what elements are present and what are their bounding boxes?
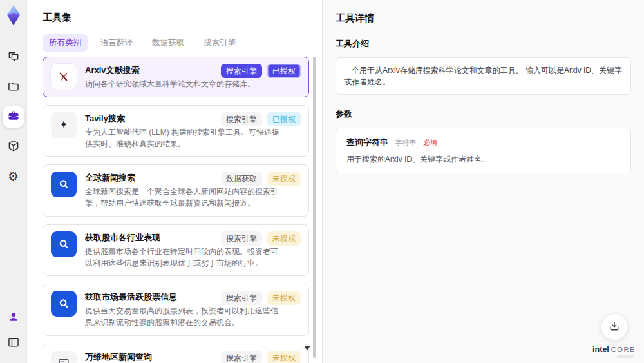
tool-badges: 搜索引擎未授权 xyxy=(221,231,301,246)
sidebar-item-tools[interactable] xyxy=(3,106,24,128)
sidebar-bottom xyxy=(3,307,24,354)
auth-status-badge: 已授权 xyxy=(267,112,301,126)
parameter-name: 查询字符串 xyxy=(346,137,388,147)
user-avatar-icon xyxy=(7,310,20,325)
mouse-cursor xyxy=(304,346,310,351)
tool-badges: 搜索引擎已授权 xyxy=(221,64,301,78)
package-cube-icon xyxy=(7,139,20,154)
sidebar-item-settings[interactable]: ⚙ xyxy=(3,166,24,187)
tool-list-panel: 工具集 所有类别语言翻译数据获取搜索引擎 Arxiv文献搜索访问各个研究领域大量… xyxy=(27,0,322,363)
tab-category-2[interactable]: 数据获取 xyxy=(146,34,191,52)
brand-subtext-bar xyxy=(617,355,634,358)
tool-card[interactable]: 万维地区新闻查询查询具体行政区划内的新闻，快速了解各地新闻动搜索引擎未授权 xyxy=(43,344,309,363)
collapse-panel-icon xyxy=(7,336,20,351)
parameter-header: 查询字符串 字符串 必填 xyxy=(346,136,620,148)
intro-heading: 工具介绍 xyxy=(336,38,631,50)
tool-description: 访问各个研究领域大量科学论文和文章的存储库。 xyxy=(85,79,279,90)
sidebar-item-chat[interactable] xyxy=(3,47,24,68)
sidebar-item-models[interactable] xyxy=(3,136,24,157)
parameter-type: 字符串 xyxy=(395,139,416,146)
briefcase-tools-icon xyxy=(7,110,20,124)
parameter-card: 查询字符串 字符串 必填 用于搜索的Arxiv ID、关键字或作者姓名。 xyxy=(336,128,631,173)
tool-description: 提供股票市场各个行业在特定时间段内的表现。投资者可以利用这些信息来识别表现优于或… xyxy=(85,246,279,270)
category-badge: 搜索引擎 xyxy=(221,351,262,363)
app-window: ⚙ 工具 xyxy=(0,0,644,363)
user-avatar-button[interactable] xyxy=(3,307,24,328)
tool-description: 专为人工智能代理 (LLM) 构建的搜索引擎工具。可快速提供实时、准确和真实的结… xyxy=(85,127,279,150)
tool-description: 全球新闻搜索是一个聚合全球各大新闻网站内容的搜索引擎，帮助用户快速获取全球最新资… xyxy=(85,186,279,210)
page-title: 工具集 xyxy=(43,12,322,24)
tool-card[interactable]: 获取市场最活跃股票信息提供当天交易量最高的股票列表，投资者可以利用这些信息来识别… xyxy=(43,284,309,336)
tool-badges: 数据获取未授权 xyxy=(221,172,301,186)
arxiv-app-icon xyxy=(51,64,77,90)
tool-card[interactable]: Arxiv文献搜索访问各个研究领域大量科学论文和文章的存储库。搜索引擎已授权 xyxy=(43,57,309,97)
category-tabs: 所有类别语言翻译数据获取搜索引擎 xyxy=(43,34,322,52)
auth-status-badge: 未授权 xyxy=(267,231,301,246)
stock-sector-icon xyxy=(51,231,77,257)
app-logo xyxy=(4,5,23,26)
intel-core-logo: intel CORE xyxy=(592,345,636,354)
auth-status-badge: 未授权 xyxy=(267,172,301,186)
core-wordmark: CORE xyxy=(611,346,636,353)
download-icon xyxy=(608,320,621,335)
category-badge: 搜索引擎 xyxy=(221,112,262,126)
params-heading: 参数 xyxy=(336,108,631,120)
category-badge: 搜索引擎 xyxy=(221,291,262,305)
tab-category-3[interactable]: 搜索引擎 xyxy=(197,34,242,52)
auth-status-badge: 未授权 xyxy=(267,291,301,305)
sidebar-nav: ⚙ xyxy=(3,47,24,187)
category-badge: 搜索引擎 xyxy=(221,64,262,78)
chat-icon xyxy=(7,50,20,65)
list-scrollbar[interactable] xyxy=(313,57,316,358)
gear-icon: ⚙ xyxy=(8,170,19,182)
download-button[interactable] xyxy=(601,313,628,340)
tavily-sparkle-icon xyxy=(51,112,77,138)
tool-intro-box: 一个用于从Arxiv存储库搜索科学论文和文章的工具。 输入可以是Arxiv ID… xyxy=(336,57,631,95)
tool-description: 提供当天交易量最高的股票列表，投资者可以利用这些信息来识别流动性强的股票和潜在的… xyxy=(85,306,279,329)
parameter-description: 用于搜索的Arxiv ID、关键字或作者姓名。 xyxy=(346,154,620,165)
intel-wordmark: intel xyxy=(592,345,609,354)
tool-intro-text: 一个用于从Arxiv存储库搜索科学论文和文章的工具。 输入可以是Arxiv ID… xyxy=(344,66,622,86)
category-badge: 数据获取 xyxy=(221,172,262,186)
tool-card[interactable]: 全球新闻搜索全球新闻搜索是一个聚合全球各大新闻网站内容的搜索引擎，帮助用户快速获… xyxy=(43,164,309,217)
folder-icon xyxy=(7,80,20,95)
tab-category-0[interactable]: 所有类别 xyxy=(43,34,88,52)
auth-status-badge: 已授权 xyxy=(267,64,301,78)
global-news-search-icon xyxy=(51,172,77,197)
tool-detail-panel: 工具详情 工具介绍 一个用于从Arxiv存储库搜索科学论文和文章的工具。 输入可… xyxy=(322,0,644,363)
parameter-required-badge: 必填 xyxy=(423,139,437,146)
category-badge: 搜索引擎 xyxy=(221,231,262,246)
tool-badges: 搜索引擎未授权 xyxy=(221,291,301,305)
collapse-panel-button[interactable] xyxy=(3,333,24,354)
floating-corner-widgets: intel CORE xyxy=(592,313,636,358)
sidebar-item-files[interactable] xyxy=(3,77,24,98)
active-stocks-icon xyxy=(51,291,77,317)
regional-news-icon xyxy=(51,351,77,363)
auth-status-badge: 未授权 xyxy=(267,351,301,363)
tool-badges: 搜索引擎已授权 xyxy=(221,112,301,126)
tool-card[interactable]: Tavily搜索专为人工智能代理 (LLM) 构建的搜索引擎工具。可快速提供实时… xyxy=(43,105,309,157)
tool-card[interactable]: 获取股市各行业表现提供股票市场各个行业在特定时间段内的表现。投资者可以利用这些信… xyxy=(43,224,309,277)
sidebar: ⚙ xyxy=(0,0,27,363)
tab-category-1[interactable]: 语言翻译 xyxy=(94,34,139,52)
tool-list: Arxiv文献搜索访问各个研究领域大量科学论文和文章的存储库。搜索引擎已授权Ta… xyxy=(43,57,309,363)
tool-badges: 搜索引擎未授权 xyxy=(221,351,301,363)
detail-title: 工具详情 xyxy=(336,12,631,25)
